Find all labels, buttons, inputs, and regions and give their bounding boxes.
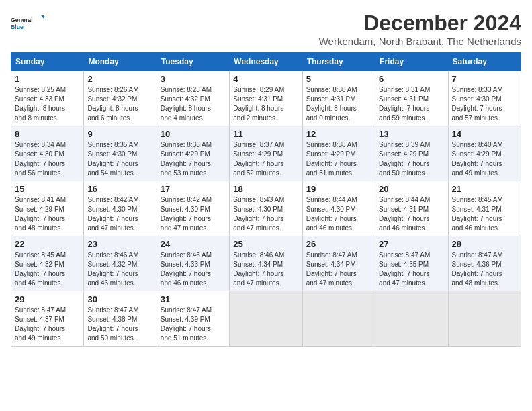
weekday-header: Thursday (302, 53, 375, 71)
day-number: 4 (233, 74, 298, 84)
calendar-cell (302, 291, 375, 347)
calendar-week-row: 15Sunrise: 8:41 AM Sunset: 4:29 PM Dayli… (11, 181, 521, 236)
day-number: 30 (87, 294, 152, 304)
calendar-cell: 30Sunrise: 8:47 AM Sunset: 4:38 PM Dayli… (84, 291, 157, 347)
calendar-cell: 29Sunrise: 8:47 AM Sunset: 4:37 PM Dayli… (11, 291, 84, 347)
calendar-week-row: 8Sunrise: 8:34 AM Sunset: 4:30 PM Daylig… (11, 126, 521, 181)
day-info: Sunrise: 8:29 AM Sunset: 4:31 PM Dayligh… (233, 85, 298, 123)
logo: General Blue (11, 11, 44, 35)
day-info: Sunrise: 8:45 AM Sunset: 4:31 PM Dayligh… (452, 195, 517, 233)
calendar-cell (230, 291, 302, 347)
day-number: 29 (15, 294, 80, 304)
calendar-cell: 11Sunrise: 8:37 AM Sunset: 4:29 PM Dayli… (230, 126, 302, 181)
day-info: Sunrise: 8:47 AM Sunset: 4:37 PM Dayligh… (15, 306, 80, 343)
day-number: 15 (15, 184, 80, 194)
svg-text:Blue: Blue (11, 24, 24, 30)
day-info: Sunrise: 8:25 AM Sunset: 4:33 PM Dayligh… (15, 85, 80, 123)
calendar-cell: 20Sunrise: 8:44 AM Sunset: 4:31 PM Dayli… (375, 181, 448, 236)
calendar-cell: 9Sunrise: 8:35 AM Sunset: 4:30 PM Daylig… (84, 126, 157, 181)
calendar-cell: 18Sunrise: 8:43 AM Sunset: 4:30 PM Dayli… (230, 181, 302, 236)
calendar-table: SundayMondayTuesdayWednesdayThursdayFrid… (11, 52, 521, 347)
day-number: 22 (15, 239, 80, 249)
day-info: Sunrise: 8:42 AM Sunset: 4:30 PM Dayligh… (87, 195, 152, 233)
day-info: Sunrise: 8:38 AM Sunset: 4:29 PM Dayligh… (306, 140, 371, 178)
day-number: 6 (379, 74, 444, 84)
day-number: 20 (379, 184, 444, 194)
calendar-week-row: 29Sunrise: 8:47 AM Sunset: 4:37 PM Dayli… (11, 291, 521, 347)
day-number: 13 (379, 129, 444, 139)
day-number: 24 (161, 239, 226, 249)
svg-text:General: General (11, 17, 33, 24)
calendar-cell: 15Sunrise: 8:41 AM Sunset: 4:29 PM Dayli… (11, 181, 84, 236)
logo-svg: General Blue (11, 11, 44, 35)
day-number: 19 (306, 184, 371, 194)
day-info: Sunrise: 8:47 AM Sunset: 4:34 PM Dayligh… (306, 250, 371, 288)
calendar-cell: 22Sunrise: 8:45 AM Sunset: 4:32 PM Dayli… (11, 236, 84, 291)
day-info: Sunrise: 8:40 AM Sunset: 4:29 PM Dayligh… (452, 140, 517, 178)
day-info: Sunrise: 8:42 AM Sunset: 4:30 PM Dayligh… (161, 195, 226, 233)
calendar-cell: 31Sunrise: 8:47 AM Sunset: 4:39 PM Dayli… (157, 291, 229, 347)
day-info: Sunrise: 8:26 AM Sunset: 4:32 PM Dayligh… (87, 85, 152, 123)
day-number: 27 (379, 239, 444, 249)
day-info: Sunrise: 8:47 AM Sunset: 4:38 PM Dayligh… (87, 306, 152, 343)
calendar-cell: 14Sunrise: 8:40 AM Sunset: 4:29 PM Dayli… (448, 126, 521, 181)
calendar-cell: 12Sunrise: 8:38 AM Sunset: 4:29 PM Dayli… (302, 126, 375, 181)
day-info: Sunrise: 8:46 AM Sunset: 4:34 PM Dayligh… (233, 250, 298, 288)
calendar-cell: 24Sunrise: 8:46 AM Sunset: 4:33 PM Dayli… (157, 236, 229, 291)
day-info: Sunrise: 8:44 AM Sunset: 4:31 PM Dayligh… (379, 195, 444, 233)
weekday-header: Friday (375, 53, 448, 71)
day-number: 5 (306, 74, 371, 84)
day-info: Sunrise: 8:33 AM Sunset: 4:30 PM Dayligh… (452, 85, 517, 123)
calendar-cell: 5Sunrise: 8:30 AM Sunset: 4:31 PM Daylig… (302, 71, 375, 126)
day-info: Sunrise: 8:43 AM Sunset: 4:30 PM Dayligh… (233, 195, 298, 233)
day-number: 25 (233, 239, 298, 249)
calendar-cell: 1Sunrise: 8:25 AM Sunset: 4:33 PM Daylig… (11, 71, 84, 126)
day-info: Sunrise: 8:39 AM Sunset: 4:29 PM Dayligh… (379, 140, 444, 178)
day-info: Sunrise: 8:47 AM Sunset: 4:35 PM Dayligh… (379, 250, 444, 288)
svg-marker-2 (41, 15, 44, 19)
calendar-cell: 4Sunrise: 8:29 AM Sunset: 4:31 PM Daylig… (230, 71, 302, 126)
day-info: Sunrise: 8:44 AM Sunset: 4:30 PM Dayligh… (306, 195, 371, 233)
day-info: Sunrise: 8:47 AM Sunset: 4:39 PM Dayligh… (161, 306, 226, 343)
calendar-cell: 7Sunrise: 8:33 AM Sunset: 4:30 PM Daylig… (448, 71, 521, 126)
day-number: 7 (452, 74, 517, 84)
day-info: Sunrise: 8:34 AM Sunset: 4:30 PM Dayligh… (15, 140, 80, 178)
title-block: December 2024 Werkendam, North Brabant, … (319, 11, 521, 47)
day-info: Sunrise: 8:30 AM Sunset: 4:31 PM Dayligh… (306, 85, 371, 123)
calendar-cell: 25Sunrise: 8:46 AM Sunset: 4:34 PM Dayli… (230, 236, 302, 291)
calendar-cell (448, 291, 521, 347)
page-header: General Blue December 2024 Werkendam, No… (11, 11, 521, 47)
month-title: December 2024 (319, 11, 521, 36)
day-info: Sunrise: 8:31 AM Sunset: 4:31 PM Dayligh… (379, 85, 444, 123)
day-info: Sunrise: 8:28 AM Sunset: 4:32 PM Dayligh… (161, 85, 226, 123)
day-info: Sunrise: 8:46 AM Sunset: 4:33 PM Dayligh… (161, 250, 226, 288)
calendar-week-row: 1Sunrise: 8:25 AM Sunset: 4:33 PM Daylig… (11, 71, 521, 126)
calendar-cell: 16Sunrise: 8:42 AM Sunset: 4:30 PM Dayli… (84, 181, 157, 236)
day-info: Sunrise: 8:47 AM Sunset: 4:36 PM Dayligh… (452, 250, 517, 288)
calendar-cell: 27Sunrise: 8:47 AM Sunset: 4:35 PM Dayli… (375, 236, 448, 291)
day-number: 12 (306, 129, 371, 139)
day-number: 17 (161, 184, 226, 194)
weekday-header: Sunday (11, 53, 84, 71)
day-number: 14 (452, 129, 517, 139)
calendar-cell: 2Sunrise: 8:26 AM Sunset: 4:32 PM Daylig… (84, 71, 157, 126)
day-number: 31 (161, 294, 226, 304)
day-number: 2 (87, 74, 152, 84)
calendar-cell: 28Sunrise: 8:47 AM Sunset: 4:36 PM Dayli… (448, 236, 521, 291)
calendar-cell: 23Sunrise: 8:46 AM Sunset: 4:32 PM Dayli… (84, 236, 157, 291)
day-number: 18 (233, 184, 298, 194)
calendar-cell: 13Sunrise: 8:39 AM Sunset: 4:29 PM Dayli… (375, 126, 448, 181)
day-number: 11 (233, 129, 298, 139)
calendar-cell: 17Sunrise: 8:42 AM Sunset: 4:30 PM Dayli… (157, 181, 229, 236)
day-number: 21 (452, 184, 517, 194)
day-info: Sunrise: 8:41 AM Sunset: 4:29 PM Dayligh… (15, 195, 80, 233)
day-info: Sunrise: 8:46 AM Sunset: 4:32 PM Dayligh… (87, 250, 152, 288)
day-number: 9 (87, 129, 152, 139)
day-number: 1 (15, 74, 80, 84)
calendar-cell (375, 291, 448, 347)
calendar-cell: 10Sunrise: 8:36 AM Sunset: 4:29 PM Dayli… (157, 126, 229, 181)
day-number: 16 (87, 184, 152, 194)
location: Werkendam, North Brabant, The Netherland… (319, 36, 521, 47)
day-number: 10 (161, 129, 226, 139)
calendar-header-row: SundayMondayTuesdayWednesdayThursdayFrid… (11, 53, 521, 71)
